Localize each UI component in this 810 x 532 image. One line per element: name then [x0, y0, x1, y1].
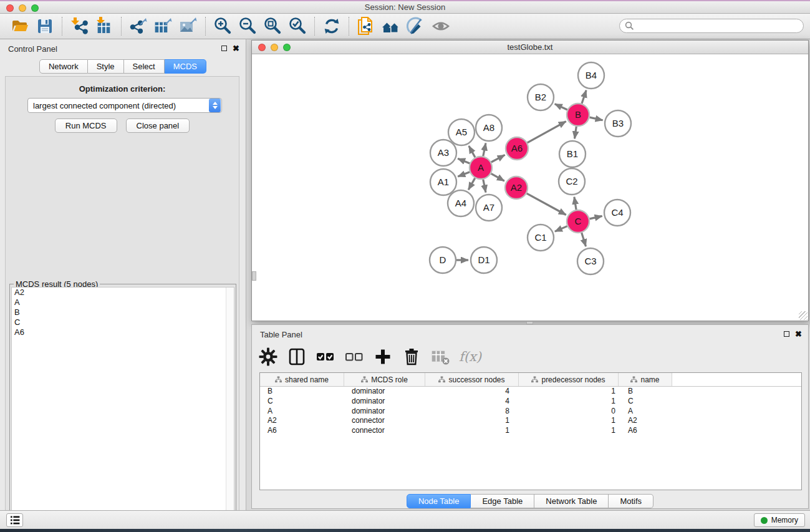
- add-row-icon[interactable]: [373, 347, 393, 367]
- export-table-icon[interactable]: [151, 16, 176, 37]
- zoom-in-icon[interactable]: [210, 16, 235, 37]
- tab-style[interactable]: Style: [88, 59, 124, 74]
- edge-A-A2[interactable]: [491, 173, 504, 181]
- graph-node-A4[interactable]: A4: [448, 190, 474, 216]
- graph-node-A6[interactable]: A6: [506, 137, 528, 160]
- column-header-name[interactable]: name: [619, 373, 672, 386]
- save-session-icon[interactable]: [32, 16, 57, 37]
- import-table-icon[interactable]: [92, 16, 117, 37]
- edge-C-C1[interactable]: [555, 226, 567, 232]
- criterion-dropdown[interactable]: largest connected component (directed): [27, 98, 222, 113]
- memory-button[interactable]: Memory: [754, 513, 805, 527]
- edge-A6-B[interactable]: [528, 122, 566, 143]
- run-mcds-button[interactable]: Run MCDS: [55, 118, 117, 133]
- edge-A-A1[interactable]: [458, 172, 470, 177]
- table-row[interactable]: Adominator80A: [260, 407, 801, 417]
- graph-node-A8[interactable]: A8: [476, 115, 502, 141]
- export-image-icon[interactable]: [176, 16, 201, 37]
- table-row[interactable]: Cdominator41C: [260, 397, 801, 407]
- delete-row-icon[interactable]: [402, 347, 422, 367]
- close-panel-icon[interactable]: ✖: [233, 45, 239, 52]
- tab-motifs[interactable]: Motifs: [609, 494, 653, 508]
- mcds-result-item[interactable]: C: [12, 317, 234, 327]
- refresh-icon[interactable]: [319, 16, 344, 37]
- edge-B-B2[interactable]: [555, 104, 567, 110]
- edge-B-B3[interactable]: [590, 117, 603, 120]
- zoom-fit-icon[interactable]: [260, 16, 285, 37]
- task-history-button[interactable]: [6, 513, 23, 527]
- select-all-icon[interactable]: [316, 347, 335, 367]
- edge-A-A6[interactable]: [491, 155, 505, 162]
- mcds-result-item[interactable]: A6: [12, 327, 234, 337]
- graph-node-A3[interactable]: A3: [430, 140, 456, 166]
- edge-A-A8[interactable]: [483, 143, 486, 157]
- edge-B-B4[interactable]: [582, 90, 586, 104]
- graph-node-A[interactable]: A: [470, 157, 492, 179]
- mcds-result-list[interactable]: A2ABCA6: [11, 287, 234, 531]
- float-table-panel-icon[interactable]: [784, 331, 789, 337]
- table-row[interactable]: Bdominator41B: [260, 387, 801, 397]
- show-graphics-icon[interactable]: [428, 16, 453, 37]
- network-close-button[interactable]: [258, 44, 266, 51]
- column-header-shared-name[interactable]: shared name: [260, 373, 344, 386]
- open-file-icon[interactable]: [7, 16, 32, 37]
- graph-node-A2[interactable]: A2: [505, 177, 528, 199]
- edge-A-A5[interactable]: [469, 146, 475, 157]
- resize-grip[interactable]: [799, 311, 808, 320]
- edge-A-A7[interactable]: [483, 180, 486, 193]
- edge-C-C2[interactable]: [574, 197, 576, 210]
- column-header-MCDS-role[interactable]: MCDS role: [344, 373, 425, 386]
- mcds-result-item[interactable]: A2: [12, 288, 234, 297]
- column-header-predecessor-nodes[interactable]: predecessor nodes: [519, 373, 619, 386]
- graph-node-C4[interactable]: C4: [604, 200, 630, 226]
- list-scrollbar[interactable]: [226, 288, 234, 531]
- table-row[interactable]: A6connector11A6: [260, 426, 801, 436]
- edge-A2-C[interactable]: [527, 193, 566, 215]
- network-file-icon[interactable]: [354, 16, 378, 37]
- graph-node-A1[interactable]: A1: [430, 169, 456, 195]
- tab-edge-table[interactable]: Edge Table: [471, 494, 534, 508]
- mcds-result-item[interactable]: B: [12, 307, 234, 317]
- column-header-successor-nodes[interactable]: successor nodes: [425, 373, 519, 386]
- graph-node-D[interactable]: D: [430, 247, 456, 273]
- graph-node-A7[interactable]: A7: [476, 195, 502, 221]
- edge-A-A4[interactable]: [468, 178, 475, 190]
- edge-C-C3[interactable]: [582, 233, 586, 246]
- close-panel-button[interactable]: Close panel: [126, 118, 190, 133]
- graph-node-C3[interactable]: C3: [577, 248, 604, 274]
- graph-node-A5[interactable]: A5: [448, 119, 475, 145]
- tab-network[interactable]: Network: [39, 59, 88, 74]
- graph-node-B[interactable]: B: [567, 104, 589, 126]
- zoom-out-icon[interactable]: [235, 16, 260, 37]
- tab-mcds[interactable]: MCDS: [165, 59, 206, 74]
- tab-select[interactable]: Select: [124, 59, 165, 74]
- graph-node-C[interactable]: C: [567, 210, 589, 233]
- graph-node-D1[interactable]: D1: [471, 247, 497, 273]
- zoom-selected-icon[interactable]: [285, 16, 310, 37]
- table-row[interactable]: A2connector11A2: [260, 416, 801, 426]
- hide-graphics-icon[interactable]: [403, 16, 428, 37]
- graph-node-B3[interactable]: B3: [605, 110, 631, 137]
- search-input[interactable]: [619, 19, 804, 33]
- export-network-icon[interactable]: [126, 16, 151, 37]
- network-zoom-button[interactable]: [283, 44, 291, 51]
- minimize-window-button[interactable]: [19, 4, 26, 12]
- close-window-button[interactable]: [6, 4, 14, 12]
- close-table-panel-icon[interactable]: ✖: [795, 331, 802, 337]
- graph-node-B4[interactable]: B4: [578, 62, 604, 89]
- graph-node-B1[interactable]: B1: [559, 141, 586, 167]
- float-panel-icon[interactable]: [221, 46, 227, 51]
- settings-icon[interactable]: [258, 347, 278, 367]
- tab-network-table[interactable]: Network Table: [534, 494, 609, 508]
- columns-icon[interactable]: [287, 347, 307, 367]
- home-icon[interactable]: [378, 16, 403, 37]
- edge-C-C4[interactable]: [590, 216, 602, 219]
- vertical-scrollbar-thumb[interactable]: [252, 271, 256, 281]
- import-network-icon[interactable]: [67, 16, 92, 37]
- graph-node-C1[interactable]: C1: [528, 225, 554, 251]
- network-minimize-button[interactable]: [271, 44, 278, 51]
- tab-node-table[interactable]: Node Table: [407, 494, 471, 508]
- edge-A-A3[interactable]: [458, 158, 470, 163]
- edge-B-B1[interactable]: [575, 127, 577, 139]
- unselect-all-icon[interactable]: [344, 347, 364, 367]
